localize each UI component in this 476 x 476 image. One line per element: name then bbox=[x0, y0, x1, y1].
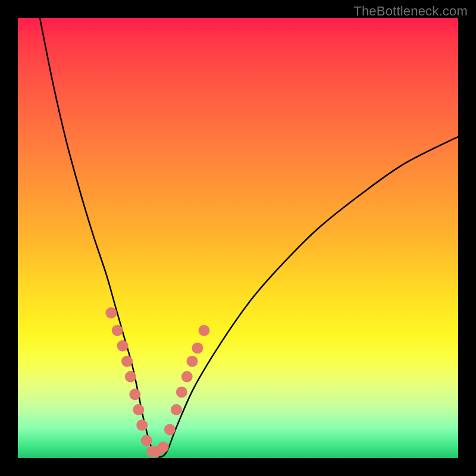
bead bbox=[187, 356, 198, 367]
watermark-text: TheBottleneck.com bbox=[353, 4, 468, 19]
bead bbox=[121, 356, 133, 367]
bead bbox=[105, 307, 117, 318]
bead bbox=[176, 387, 187, 398]
bead bbox=[146, 446, 158, 457]
bead bbox=[181, 371, 193, 383]
bottleneck-curve bbox=[40, 18, 458, 457]
bead bbox=[117, 340, 129, 352]
chart-frame: TheBottleneck.com bbox=[0, 0, 476, 476]
bead bbox=[112, 325, 123, 336]
bead bbox=[129, 389, 140, 400]
curve-layer bbox=[18, 18, 458, 458]
plot-area bbox=[18, 18, 458, 458]
bead bbox=[192, 343, 203, 354]
bead bbox=[136, 419, 148, 431]
bead bbox=[141, 435, 152, 446]
bead bbox=[125, 371, 136, 383]
bead bbox=[199, 325, 210, 336]
bead bbox=[171, 404, 182, 415]
bead bbox=[164, 424, 176, 435]
bead bbox=[133, 404, 144, 415]
bead-group bbox=[105, 307, 209, 457]
bead bbox=[151, 446, 162, 457]
bead bbox=[158, 441, 169, 453]
